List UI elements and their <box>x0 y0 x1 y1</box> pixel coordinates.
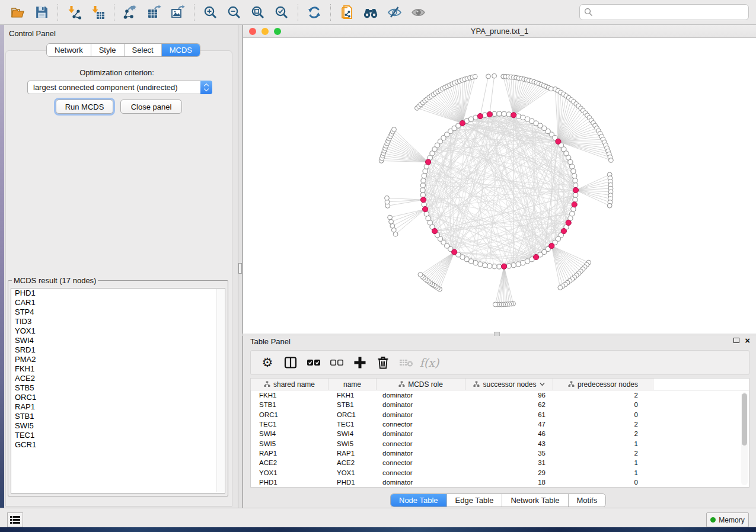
cell-predecessor-nodes[interactable]: 2 <box>553 450 653 457</box>
save-session-button[interactable] <box>30 2 53 23</box>
network-from-selection-button[interactable] <box>335 2 359 23</box>
cell-mcds-role[interactable]: dominator <box>377 450 465 457</box>
birds-eye-view-button[interactable] <box>406 2 430 23</box>
cell-name[interactable]: FKH1 <box>328 392 377 399</box>
graphics-details-button[interactable] <box>382 2 406 23</box>
scrollbar-thumb[interactable] <box>742 393 747 446</box>
cell-shared-name[interactable]: ACE2 <box>251 459 328 466</box>
table-row[interactable]: YOX1YOX1connector291 <box>251 467 749 477</box>
cell-mcds-role[interactable]: dominator <box>377 479 465 486</box>
close-window-icon[interactable] <box>249 28 256 35</box>
mcds-result-item[interactable]: STB5 <box>11 383 225 393</box>
mcds-result-item[interactable]: GCR1 <box>11 440 225 450</box>
cell-successor-nodes[interactable]: 46 <box>465 430 553 437</box>
zoom-selected-button[interactable] <box>270 2 294 23</box>
cell-shared-name[interactable]: SWI5 <box>251 440 328 447</box>
cell-mcds-role[interactable]: connector <box>377 440 465 447</box>
tab-edge-table[interactable]: Edge Table <box>447 494 503 507</box>
import-table-button[interactable] <box>86 2 110 23</box>
cell-predecessor-nodes[interactable]: 1 <box>553 440 653 447</box>
cell-name[interactable]: PHD1 <box>328 479 377 486</box>
cell-mcds-role[interactable]: connector <box>377 459 465 466</box>
cell-successor-nodes[interactable]: 47 <box>465 421 553 428</box>
cell-shared-name[interactable]: SWI4 <box>251 430 328 437</box>
export-network-button[interactable] <box>119 2 142 23</box>
column-header-successor-nodes[interactable]: successor nodes <box>465 379 553 390</box>
add-column-button[interactable] <box>350 353 369 372</box>
mcds-result-item[interactable]: CAR1 <box>11 298 225 307</box>
zoom-in-button[interactable] <box>199 2 222 23</box>
cell-name[interactable]: YOX1 <box>328 469 377 476</box>
cell-shared-name[interactable]: FKH1 <box>251 392 328 399</box>
mcds-result-item[interactable]: ORC1 <box>11 393 225 402</box>
splitter-handle[interactable] <box>238 263 242 274</box>
table-row[interactable]: ACE2ACE2connector311 <box>251 458 749 467</box>
table-row[interactable]: SWI5SWI5connector431 <box>251 438 749 448</box>
deselect-all-button[interactable] <box>327 353 346 372</box>
cell-successor-nodes[interactable]: 96 <box>465 392 553 399</box>
cell-predecessor-nodes[interactable]: 1 <box>553 459 653 466</box>
mcds-result-item[interactable]: PMA2 <box>11 355 225 364</box>
tab-motifs[interactable]: Motifs <box>569 494 606 507</box>
mcds-result-item[interactable]: STB1 <box>11 412 225 421</box>
cell-predecessor-nodes[interactable]: 0 <box>553 411 653 418</box>
table-row[interactable]: STB1STB1dominator620 <box>251 400 749 409</box>
cell-predecessor-nodes[interactable]: 2 <box>553 430 653 437</box>
cell-mcds-role[interactable]: connector <box>377 469 465 476</box>
cell-shared-name[interactable]: RAP1 <box>251 450 328 457</box>
search-box[interactable] <box>579 4 749 20</box>
mcds-result-item[interactable]: SRD1 <box>11 345 225 355</box>
cell-shared-name[interactable]: STB1 <box>251 401 328 408</box>
cell-successor-nodes[interactable]: 31 <box>465 459 553 466</box>
network-window-titlebar[interactable]: YPA_prune.txt_1 <box>243 25 756 38</box>
zoom-fit-button[interactable] <box>246 2 270 23</box>
column-header-shared-name[interactable]: shared name <box>251 379 328 390</box>
tab-network[interactable]: Network <box>47 44 91 56</box>
table-row[interactable]: FKH1FKH1dominator962 <box>251 390 749 400</box>
column-header-mcds-role[interactable]: MCDS role <box>377 379 465 390</box>
find-button[interactable] <box>359 2 382 23</box>
apply-layout-button[interactable] <box>302 2 326 23</box>
table-row[interactable]: SWI4SWI4dominator462 <box>251 429 749 438</box>
criterion-dropdown[interactable]: largest connected component (undirected) <box>27 81 212 94</box>
cell-name[interactable]: STB1 <box>328 401 377 408</box>
maximize-window-icon[interactable] <box>274 28 281 35</box>
table-row[interactable]: ORC1ORC1dominator610 <box>251 410 749 419</box>
float-panel-icon[interactable] <box>733 338 739 343</box>
network-canvas[interactable] <box>243 38 756 333</box>
cell-name[interactable]: TEC1 <box>328 421 377 428</box>
export-table-button[interactable] <box>142 2 166 23</box>
mcds-result-item[interactable]: TEC1 <box>11 431 225 440</box>
delete-table-button[interactable] <box>397 353 416 372</box>
close-panel-icon[interactable]: × <box>745 338 750 343</box>
network-graph[interactable] <box>243 38 755 333</box>
mcds-result-item[interactable]: STP4 <box>11 307 225 317</box>
mcds-result-item[interactable]: SWI5 <box>11 421 225 431</box>
cell-name[interactable]: ORC1 <box>328 411 377 418</box>
cell-shared-name[interactable]: PHD1 <box>251 479 328 486</box>
table-settings-button[interactable]: ⚙ <box>258 353 277 372</box>
mcds-list-scrollbar[interactable] <box>216 289 224 492</box>
column-layout-button[interactable] <box>281 353 300 372</box>
mcds-result-item[interactable]: RAP1 <box>11 402 225 412</box>
cell-successor-nodes[interactable]: 18 <box>465 479 553 486</box>
column-header-predecessor-nodes[interactable]: predecessor nodes <box>553 379 653 390</box>
console-button[interactable] <box>7 512 23 527</box>
mcds-result-item[interactable]: FKH1 <box>11 364 225 374</box>
tab-style[interactable]: Style <box>91 44 125 56</box>
cell-mcds-role[interactable]: dominator <box>377 430 465 437</box>
memory-button[interactable]: Memory <box>706 512 749 527</box>
run-mcds-button[interactable]: Run MCDS <box>56 100 113 114</box>
cell-mcds-role[interactable]: dominator <box>377 411 465 418</box>
cell-predecessor-nodes[interactable]: 2 <box>553 421 653 428</box>
table-row[interactable]: PHD1PHD1dominator180 <box>251 477 749 487</box>
cell-name[interactable]: RAP1 <box>328 450 377 457</box>
cell-shared-name[interactable]: YOX1 <box>251 469 328 476</box>
cell-successor-nodes[interactable]: 61 <box>465 411 553 418</box>
close-panel-button[interactable]: Close panel <box>120 100 182 114</box>
table-scrollbar[interactable] <box>741 392 748 485</box>
cell-predecessor-nodes[interactable]: 0 <box>553 401 653 408</box>
table-row[interactable]: RAP1RAP1dominator352 <box>251 448 749 458</box>
select-all-button[interactable] <box>304 353 323 372</box>
mcds-result-list[interactable]: PHD1CAR1STP4TID3YOX1SWI4SRD1PMA2FKH1ACE2… <box>11 288 225 493</box>
